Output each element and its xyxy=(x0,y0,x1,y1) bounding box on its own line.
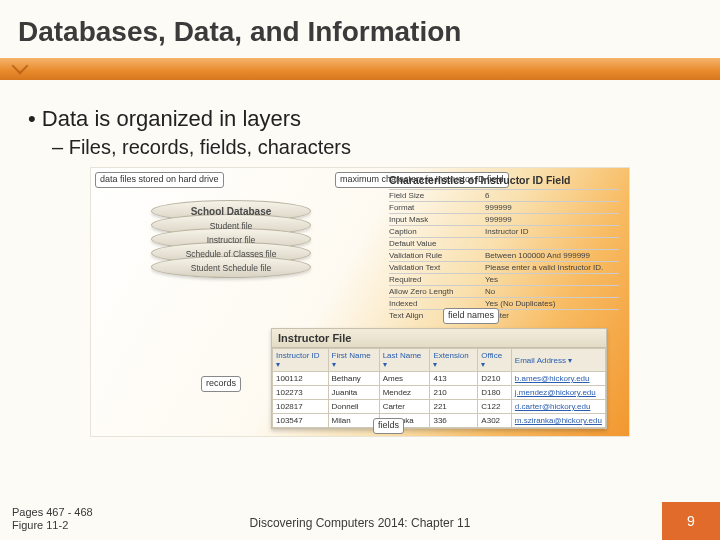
callout-records: records xyxy=(201,376,241,392)
table-row: 102273JuanitaMendez210D180j.mendez@hicko… xyxy=(273,386,606,400)
table-header: Last Name ▾ xyxy=(379,349,430,372)
table-cell: Mendez xyxy=(379,386,430,400)
table-cell: 102273 xyxy=(273,386,329,400)
char-row: Validation TextPlease enter a valid Inst… xyxy=(389,261,619,273)
table-row: 102817DonnellCarter221C122d.carter@hicko… xyxy=(273,400,606,414)
table-cell: Milan xyxy=(328,414,379,428)
accent-band xyxy=(0,58,720,80)
body: Data is organized in layers Files, recor… xyxy=(0,88,720,437)
table-cell: D180 xyxy=(478,386,512,400)
table-row: 100112BethanyAmes413D210b.ames@hickory.e… xyxy=(273,372,606,386)
table-cell: Carter xyxy=(379,400,430,414)
slide-number: 9 xyxy=(662,502,720,540)
instructor-file-panel: Instructor File Instructor ID ▾First Nam… xyxy=(271,328,607,429)
table-cell: Juanita xyxy=(328,386,379,400)
table-cell: j.mendez@hickory.edu xyxy=(511,386,605,400)
instructor-file-table: Instructor ID ▾First Name ▾Last Name ▾Ex… xyxy=(272,348,606,428)
table-cell: Donnell xyxy=(328,400,379,414)
char-row: Format999999 xyxy=(389,201,619,213)
table-cell: D210 xyxy=(478,372,512,386)
char-title: Characteristics of Instructor ID Field xyxy=(389,174,619,186)
callout-fields: fields xyxy=(373,418,404,434)
table-cell: d.carter@hickory.edu xyxy=(511,400,605,414)
table-header: Extension ▾ xyxy=(430,349,478,372)
table-header: Office ▾ xyxy=(478,349,512,372)
table-header: First Name ▾ xyxy=(328,349,379,372)
char-row: RequiredYes xyxy=(389,273,619,285)
table-header: Email Address ▾ xyxy=(511,349,605,372)
table-cell: Bethany xyxy=(328,372,379,386)
char-row: Text AlignCenter xyxy=(389,309,619,321)
disc-student-schedule-file: Student Schedule file xyxy=(151,256,311,278)
char-row: Allow Zero LengthNo xyxy=(389,285,619,297)
bullet-level-1: Data is organized in layers xyxy=(28,106,692,132)
table-cell: 103547 xyxy=(273,414,329,428)
table-cell: Ames xyxy=(379,372,430,386)
footer-center-text: Discovering Computers 2014: Chapter 11 xyxy=(0,516,720,530)
table-cell: b.ames@hickory.edu xyxy=(511,372,605,386)
callout-data-files: data files stored on hard drive xyxy=(95,172,224,188)
table-cell: A302 xyxy=(478,414,512,428)
char-row: CaptionInstructor ID xyxy=(389,225,619,237)
table-row: 103547MilanSziranka336A302m.sziranka@hic… xyxy=(273,414,606,428)
char-row: Field Size6 xyxy=(389,189,619,201)
database-disc-stack: School Database Student file Instructor … xyxy=(151,208,311,278)
table-cell: 413 xyxy=(430,372,478,386)
footer: Pages 467 - 468 Figure 11-2 Discovering … xyxy=(0,500,720,540)
table-cell: 210 xyxy=(430,386,478,400)
table-cell: C122 xyxy=(478,400,512,414)
instructor-file-title: Instructor File xyxy=(272,329,606,348)
table-cell: 336 xyxy=(430,414,478,428)
field-characteristics-panel: Characteristics of Instructor ID Field F… xyxy=(389,174,619,321)
table-cell: 221 xyxy=(430,400,478,414)
figure-11-2: data files stored on hard drive maximum … xyxy=(90,167,630,437)
bullet-level-2: Files, records, fields, characters xyxy=(52,136,692,159)
callout-field-names: field names xyxy=(443,308,499,324)
char-row: Default Value xyxy=(389,237,619,249)
char-row: IndexedYes (No Duplicates) xyxy=(389,297,619,309)
table-cell: 102817 xyxy=(273,400,329,414)
table-header: Instructor ID ▾ xyxy=(273,349,329,372)
table-cell: m.sziranka@hickory.edu xyxy=(511,414,605,428)
char-row: Input Mask999999 xyxy=(389,213,619,225)
table-cell: 100112 xyxy=(273,372,329,386)
char-row: Validation RuleBetween 100000 And 999999 xyxy=(389,249,619,261)
slide-title: Databases, Data, and Information xyxy=(0,0,720,54)
